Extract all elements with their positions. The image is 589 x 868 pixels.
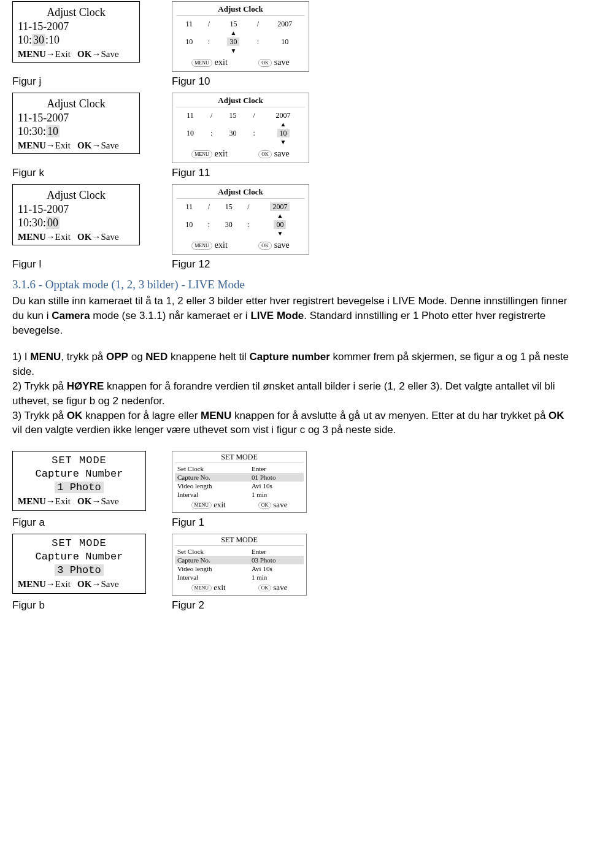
sep: / — [202, 20, 216, 29]
text: 2) Trykk på — [12, 380, 67, 392]
exit-label: Exit — [55, 232, 71, 242]
exit-label: Exit — [55, 579, 71, 589]
text: 3) Trykk på — [12, 410, 67, 421]
bold-text: LIVE Mode — [250, 310, 304, 321]
bold-text: HØYRE — [67, 380, 104, 392]
ok-label: OK — [77, 232, 91, 242]
caption-figur-11: Figur 11 — [172, 167, 577, 179]
menu-label: MENU — [18, 496, 46, 506]
month: 11 — [177, 202, 201, 212]
ok-label: OK — [77, 496, 91, 506]
menu-button-icon: MENU — [191, 585, 212, 591]
panel-title: SET MODE — [175, 453, 304, 463]
arrow-icon: → — [46, 140, 55, 150]
menu-button-icon: MENU — [191, 242, 212, 250]
setmode-panel-2: SET MODE Set ClockEnter Capture No.03 Ph… — [172, 534, 307, 596]
bold-text: OPP — [106, 351, 128, 363]
menu-label: MENU — [18, 140, 46, 150]
box-title: SET MODE — [18, 454, 141, 467]
highlighted-value: 00 — [46, 217, 60, 229]
year: 2007 — [266, 20, 304, 29]
box-title: Adjust Clock — [18, 97, 134, 111]
bold-text: Camera — [52, 310, 90, 321]
sep: : — [247, 129, 261, 138]
date-time-grid: 11 / 15 / 2007 ▲ 10 : 30 : 10 ▼ — [176, 110, 305, 147]
arrow-icon: → — [91, 140, 101, 150]
adjust-clock-panel-11: Adjust Clock 11 / 15 / 2007 ▲ 10 : 30 : … — [172, 93, 309, 163]
menu-exit-line: MENU→Exit OK→Save — [18, 496, 141, 508]
text: vil den valgte verdien ikke lenger være … — [12, 424, 396, 436]
value: Avi 10s — [249, 564, 304, 573]
exit-label: Exit — [55, 49, 71, 59]
caption-figur-a: Figur a — [12, 517, 172, 529]
caption-figur-j: Figur j — [12, 75, 172, 88]
box-title: Adjust Clock — [18, 6, 134, 20]
date-line: 11-15-2007 — [18, 111, 134, 125]
adjust-clock-panel-12: Adjust Clock 11 / 15 / 2007 ▲ 10 : 30 : … — [172, 184, 309, 255]
save-label: save — [274, 240, 290, 250]
setmode-box-b: SET MODE Capture Number 3 Photo MENU→Exi… — [12, 534, 146, 594]
month: 11 — [177, 20, 201, 29]
time-line: 10:30:00 — [18, 216, 134, 230]
second: 10 — [266, 37, 304, 47]
label: Interval — [175, 573, 249, 582]
ok-label: OK — [77, 49, 91, 59]
exit-label: exit — [215, 58, 228, 67]
caption-figur-k: Figur k — [12, 167, 172, 179]
up-arrow-icon: ▲ — [263, 121, 304, 128]
down-arrow-icon: ▼ — [263, 139, 304, 145]
text: knappene helt til — [167, 351, 249, 363]
caption-figur-b: Figur b — [12, 599, 172, 612]
caption-figur-12: Figur 12 — [172, 258, 577, 271]
arrow-icon: → — [91, 579, 101, 589]
sep: / — [242, 202, 255, 212]
sep: : — [204, 129, 219, 138]
save-label: Save — [101, 49, 118, 59]
label: Video length — [175, 482, 249, 490]
adjust-clock-box-j: Adjust Clock 11-15-2007 10:30:10 MENU→Ex… — [12, 1, 140, 63]
step-3: 3) Trykk på OK knappen for å lagre eller… — [12, 409, 577, 438]
text: knappen for å lagre eller — [82, 410, 201, 421]
label: Set Clock — [175, 547, 249, 556]
save-label: save — [273, 583, 287, 593]
minute: 30 — [220, 129, 246, 138]
down-arrow-icon: ▼ — [217, 48, 250, 54]
value-highlighted: 3 Photo — [55, 564, 103, 576]
box-title: SET MODE — [18, 537, 141, 550]
label-selected: Capture No. — [175, 473, 249, 482]
date-time-grid: 11 / 15 / 2007 ▲ 10 : 30 : 10 ▼ — [176, 18, 305, 55]
menu-exit-line: MENU→Exit OK→Save — [18, 231, 134, 243]
time-line: 10:30:10 — [18, 33, 134, 47]
ok-label: OK — [77, 579, 91, 589]
sep: : — [202, 220, 216, 229]
hour: 10 — [177, 220, 201, 229]
minute-highlighted: 30 — [227, 37, 239, 46]
arrow-icon: → — [46, 579, 55, 589]
sep: : — [251, 37, 264, 47]
exit-label: Exit — [55, 140, 71, 150]
minute: 30 — [217, 220, 241, 229]
year-highlighted: 2007 — [270, 202, 290, 211]
menu-exit-line: MENU→Exit OK→Save — [18, 140, 134, 152]
hour: 10 — [177, 37, 201, 47]
exit-label: exit — [215, 149, 228, 159]
label: Set Clock — [175, 464, 249, 473]
value: 1 min — [249, 573, 304, 582]
value-highlighted: 1 Photo — [55, 482, 103, 493]
menu-label: MENU — [18, 579, 46, 589]
sep: / — [247, 111, 261, 120]
second-highlighted: 10 — [277, 129, 290, 137]
highlighted-value: 30 — [32, 34, 45, 46]
arrow-icon: → — [91, 49, 101, 59]
value: Avi 10s — [249, 482, 304, 490]
caption-figur-2: Figur 2 — [172, 599, 577, 612]
save-label: Save — [101, 496, 118, 506]
hour: 10 — [177, 129, 203, 138]
bold-text: MENU — [201, 410, 231, 421]
save-label: Save — [101, 140, 118, 150]
time-line: 10:30:10 — [18, 125, 134, 139]
ok-button-icon: OK — [258, 150, 272, 158]
ok-button-icon: OK — [258, 59, 272, 67]
ok-button-icon: OK — [258, 242, 272, 250]
line-label: Capture Number — [18, 467, 141, 481]
